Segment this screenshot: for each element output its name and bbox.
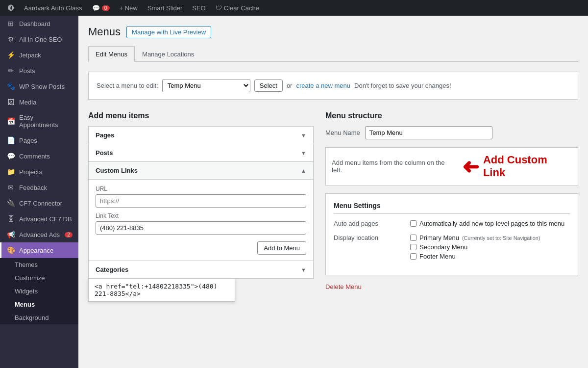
menu-settings-title: Menu Settings (334, 202, 570, 214)
accordion-posts: Posts ▼ (88, 144, 314, 162)
display-location-values: Primary Menu (Currently set to: Site Nav… (410, 234, 570, 262)
sidebar-item-label: CF7 Connector (19, 200, 62, 207)
auto-add-pages-checkbox[interactable] (410, 220, 416, 227)
sidebar-item-label: Posts (19, 67, 35, 75)
tab-manage-locations[interactable]: Manage Locations (135, 46, 201, 62)
footer-menu-checkbox[interactable] (410, 253, 416, 260)
submenu-item-background[interactable]: Background (0, 311, 78, 324)
accordion-header-posts[interactable]: Posts ▼ (89, 144, 313, 161)
menu-description-box: Add menu items from the column on the le… (325, 147, 578, 185)
pages-icon: 📄 (6, 136, 15, 144)
site-name-text: Aardvark Auto Glass (24, 4, 82, 12)
delete-menu-link[interactable]: Delete Menu (325, 283, 578, 290)
submenu-item-menus[interactable]: Menus (0, 298, 78, 311)
select-menu-label: Select a menu to edit: (97, 82, 158, 89)
jetpack-icon: ⚡ (6, 51, 15, 59)
admin-bar: 🅦 Aardvark Auto Glass 💬 0 + New Smart Sl… (0, 0, 588, 16)
create-new-menu-link[interactable]: create a new menu (296, 82, 350, 89)
accordion-label-pages: Pages (96, 131, 114, 139)
sidebar-item-appearance[interactable]: 🎨 Appearance (0, 242, 78, 258)
ads-icon: 📢 (6, 231, 15, 238)
sidebar-item-projects[interactable]: 📁 Projects (0, 164, 78, 180)
submenu-item-widgets[interactable]: Widgets (0, 285, 78, 298)
seo-link[interactable]: SEO (188, 0, 209, 16)
save-reminder-text: Don't forget to save your changes! (354, 82, 451, 89)
display-location-row: Display location Primary Menu (Currently… (334, 234, 570, 262)
sidebar-item-cf7-connector[interactable]: 🔌 CF7 Connector (0, 195, 78, 211)
sidebar-item-jetpack[interactable]: ⚡ Jetpack (0, 47, 78, 63)
add-to-menu-button[interactable]: Add to Menu (257, 241, 306, 255)
sidebar-item-easy-appointments[interactable]: 📅 Easy Appointments (0, 110, 78, 132)
comments-link[interactable]: 💬 0 (88, 0, 114, 16)
tab-edit-menus[interactable]: Edit Menus (88, 46, 135, 62)
add-menu-items-title: Add menu items (88, 111, 314, 120)
menu-name-label: Menu Name (325, 129, 360, 136)
new-content-button[interactable]: + New (116, 0, 142, 16)
accordion-header-custom-links[interactable]: Custom Links ▲ (89, 162, 313, 179)
clear-cache-button[interactable]: 🛡 Clear Cache (212, 0, 263, 16)
sidebar-item-advanced-cf7-db[interactable]: 🗄 Advanced CF7 DB (0, 211, 78, 227)
sidebar-item-comments[interactable]: 💬 Comments (0, 148, 78, 164)
smart-slider-link[interactable]: Smart Slider (144, 0, 187, 16)
link-text-label: Link Text (96, 212, 306, 219)
sidebar-item-pages[interactable]: 📄 Pages (0, 132, 78, 148)
submenu-item-customize[interactable]: Customize (0, 271, 78, 285)
primary-menu-checkbox[interactable] (410, 235, 416, 241)
feedback-icon: ✉ (6, 184, 15, 191)
clear-cache-label: Clear Cache (224, 4, 259, 12)
sidebar-item-advanced-ads[interactable]: 📢 Advanced Ads 2 (0, 227, 78, 242)
url-input[interactable] (96, 194, 306, 208)
sidebar-item-media[interactable]: 🖼 Media (0, 94, 78, 110)
sidebar-item-label: WP Show Posts (19, 83, 65, 90)
secondary-menu-checkbox[interactable] (410, 244, 416, 250)
accordion-label-custom-links: Custom Links (96, 167, 138, 174)
sidebar-item-dashboard[interactable]: ⊞ Dashboard (0, 16, 78, 31)
select-menu-row: Select a menu to edit: Temp Menu Select … (88, 72, 578, 100)
chevron-up-icon: ▲ (301, 168, 306, 174)
wp-logo[interactable]: 🅦 (4, 0, 18, 16)
sidebar-item-label: Feedback (19, 184, 47, 191)
sidebar-item-wp-show-posts[interactable]: 🐾 WP Show Posts (0, 79, 78, 94)
auto-add-pages-checkbox-label[interactable]: Automatically add new top-level pages to… (410, 220, 570, 227)
ads-badge: 2 (65, 232, 73, 237)
auto-add-pages-label: Auto add pages (334, 220, 402, 227)
show-posts-icon: 🐾 (6, 82, 15, 90)
live-preview-button[interactable]: Manage with Live Preview (126, 26, 211, 38)
menu-select-dropdown[interactable]: Temp Menu (162, 79, 250, 92)
seo-label: SEO (192, 4, 205, 12)
site-name[interactable]: Aardvark Auto Glass (20, 0, 86, 16)
footer-menu-label[interactable]: Footer Menu (410, 253, 570, 260)
sidebar-item-feedback[interactable]: ✉ Feedback (0, 180, 78, 195)
url-autocomplete-tooltip[interactable]: <a href="tel:+14802218335">(480) 221-883… (88, 278, 235, 302)
accordion-header-categories[interactable]: Categories ▼ (89, 261, 313, 278)
comments-sidebar-icon: 💬 (6, 152, 15, 160)
add-menu-items-panel: Add menu items Pages ▼ Posts ▼ (88, 111, 314, 278)
menu-name-input[interactable] (365, 126, 492, 139)
red-arrow-icon: ➜ (462, 155, 479, 179)
sidebar-item-label: All in One SEO (19, 36, 62, 43)
sidebar-item-label: Pages (19, 137, 37, 144)
menu-desc-text: Add menu items from the column on the le… (332, 159, 456, 174)
shield-icon: 🛡 (216, 4, 222, 12)
submenu-item-themes[interactable]: Themes (0, 258, 78, 271)
sidebar-item-label: Easy Appointments (19, 114, 74, 129)
page-header: Menus Manage with Live Preview (88, 26, 578, 38)
menu-name-row: Menu Name (325, 126, 578, 139)
secondary-menu-label[interactable]: Secondary Menu (410, 243, 570, 251)
sidebar-item-label: Advanced CF7 DB (19, 215, 72, 223)
accordion-header-pages[interactable]: Pages ▼ (89, 127, 313, 144)
primary-menu-label[interactable]: Primary Menu (Currently set to: Site Nav… (410, 234, 570, 241)
projects-icon: 📁 (6, 168, 15, 176)
select-button[interactable]: Select (254, 79, 283, 92)
url-field-row: URL (96, 185, 306, 208)
menu-structure-title: Menu structure (325, 111, 578, 120)
accordion-pages: Pages ▼ (88, 126, 314, 144)
primary-menu-note: (Currently set to: Site Navigation) (462, 235, 540, 241)
footer-menu-text: Footer Menu (419, 253, 456, 260)
comments-icon: 💬 (92, 4, 100, 12)
sidebar-item-all-in-one-seo[interactable]: ⚙ All in One SEO (0, 31, 78, 47)
sidebar-item-posts[interactable]: ✏ Posts (0, 63, 78, 79)
accordion-label-posts: Posts (96, 149, 113, 157)
link-text-input[interactable] (96, 221, 306, 235)
chevron-down-icon: ▼ (301, 132, 306, 138)
